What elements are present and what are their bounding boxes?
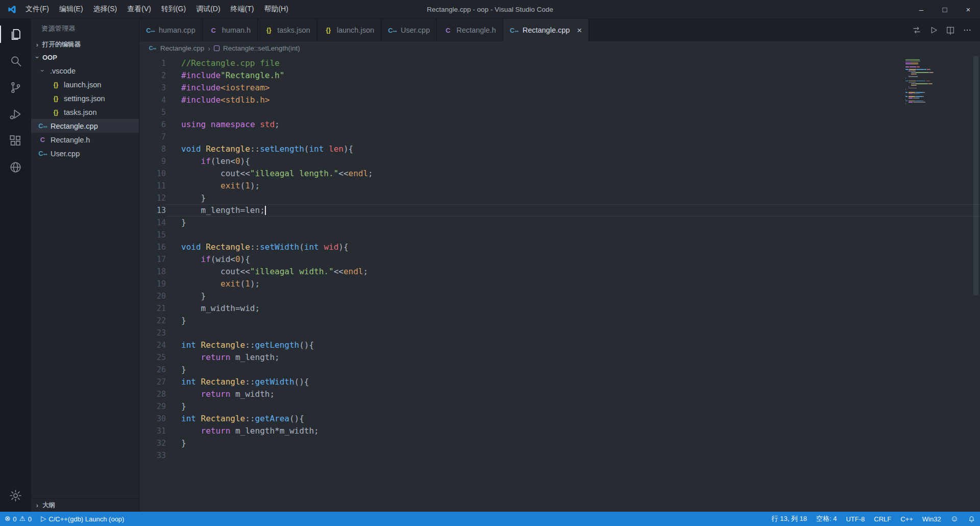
menu-帮助(H)[interactable]: 帮助(H)	[259, 0, 293, 18]
code-line[interactable]: 6using namespace std;	[139, 118, 980, 131]
tab-launch.json[interactable]: {}launch.json	[317, 19, 381, 41]
debug-launch-button[interactable]: ▷ C/C++(gdb) Launch (oop)	[36, 512, 129, 526]
line-number[interactable]: 13	[139, 204, 166, 217]
line-number[interactable]: 11	[139, 180, 166, 192]
tab-human.cpp[interactable]: C++human.cpp	[139, 19, 203, 41]
line-number[interactable]: 20	[139, 290, 166, 302]
code-line[interactable]: 1//Rectangle.cpp file	[139, 57, 980, 69]
close-tab-button[interactable]: ×	[577, 26, 582, 35]
code-line[interactable]: 16void Rectangle::setWidth(int wid){	[139, 241, 980, 253]
tree-item-User.cpp[interactable]: C++User.cpp	[31, 147, 139, 160]
line-number[interactable]: 3	[139, 82, 166, 94]
cursor-position[interactable]: 行 13, 列 18	[767, 512, 812, 526]
line-number[interactable]: 14	[139, 217, 166, 229]
code-line[interactable]: 23	[139, 327, 980, 339]
extensions-activity-button[interactable]	[0, 127, 31, 154]
code-line[interactable]: 15	[139, 229, 980, 241]
line-number[interactable]: 9	[139, 155, 166, 168]
run-debug-activity-button[interactable]	[0, 101, 31, 127]
tree-item-tasks.json[interactable]: {}tasks.json	[31, 105, 139, 119]
line-number[interactable]: 27	[139, 376, 166, 388]
code-line[interactable]: 27int Rectangle::getWidth(){	[139, 376, 980, 388]
more-actions-button[interactable]	[959, 22, 975, 38]
feedback-smiley-button[interactable]: ☺	[946, 512, 963, 526]
outline-section[interactable]: › 大纲	[31, 498, 139, 512]
line-number[interactable]: 26	[139, 364, 166, 376]
tab-tasks.json[interactable]: {}tasks.json	[258, 19, 317, 41]
code-line[interactable]: 26}	[139, 364, 980, 376]
tab-Rectangle.cpp[interactable]: C++Rectangle.cpp×	[503, 19, 590, 41]
line-number[interactable]: 1	[139, 57, 166, 69]
platform[interactable]: Win32	[918, 512, 946, 526]
menu-查看(V)[interactable]: 查看(V)	[122, 0, 156, 18]
line-number[interactable]: 16	[139, 241, 166, 253]
minimize-button[interactable]: –	[910, 0, 933, 18]
tree-item-Rectangle.h[interactable]: CRectangle.h	[31, 133, 139, 147]
code-line[interactable]: 28 return m_width;	[139, 388, 980, 400]
code-line[interactable]: 4#include<stdlib.h>	[139, 94, 980, 106]
notifications-bell-button[interactable]	[963, 512, 980, 526]
code-line[interactable]: 29}	[139, 400, 980, 413]
run-button[interactable]	[925, 22, 941, 38]
source-control-activity-button[interactable]	[0, 74, 31, 101]
code-line[interactable]: 2#include"Rectangle.h"	[139, 69, 980, 82]
code-line[interactable]: 24int Rectangle::getLength(){	[139, 339, 980, 351]
line-number[interactable]: 6	[139, 118, 166, 131]
code-line[interactable]: 8void Rectangle::setLength(int len){	[139, 143, 980, 155]
eol[interactable]: CRLF	[869, 512, 896, 526]
explorer-activity-button[interactable]	[0, 21, 31, 47]
line-number[interactable]: 2	[139, 69, 166, 82]
tree-item-launch.json[interactable]: {}launch.json	[31, 78, 139, 91]
open-editors-section[interactable]: › 打开的编辑器	[31, 38, 139, 51]
maximize-button[interactable]: □	[933, 0, 957, 18]
compare-changes-button[interactable]	[909, 22, 924, 38]
line-number[interactable]: 32	[139, 437, 166, 449]
code-line[interactable]: 13 m_length=len;	[139, 204, 980, 217]
line-number[interactable]: 28	[139, 388, 166, 400]
problems-indicator[interactable]: ⊗ 0 ⚠ 0	[0, 512, 36, 526]
code-line[interactable]: 9 if(len<0){	[139, 155, 980, 168]
code-line[interactable]: 3#include<iostream>	[139, 82, 980, 94]
line-number[interactable]: 29	[139, 400, 166, 413]
line-number[interactable]: 23	[139, 327, 166, 339]
globe-activity-button[interactable]	[0, 154, 31, 180]
code-line[interactable]: 21 m_width=wid;	[139, 302, 980, 315]
tree-item-.vscode[interactable]: ›.vscode	[31, 64, 139, 78]
menu-调试(D)[interactable]: 调试(D)	[191, 0, 225, 18]
line-number[interactable]: 15	[139, 229, 166, 241]
code-line[interactable]: 30int Rectangle::getArea(){	[139, 413, 980, 425]
line-number[interactable]: 4	[139, 94, 166, 106]
code-line[interactable]: 32}	[139, 437, 980, 449]
folder-section-oop[interactable]: › OOP	[31, 51, 139, 64]
code-line[interactable]: 25 return m_length;	[139, 351, 980, 364]
menu-转到(G)[interactable]: 转到(G)	[156, 0, 191, 18]
menu-终端(T)[interactable]: 终端(T)	[226, 0, 259, 18]
line-number[interactable]: 22	[139, 315, 166, 327]
line-number[interactable]: 17	[139, 253, 166, 266]
settings-button[interactable]	[0, 482, 31, 509]
line-number[interactable]: 19	[139, 278, 166, 290]
line-number[interactable]: 25	[139, 351, 166, 364]
code-line[interactable]: 18 cout<<"illeagal width."<<endl;	[139, 266, 980, 278]
line-number[interactable]: 18	[139, 266, 166, 278]
code-line[interactable]: 14}	[139, 217, 980, 229]
language-mode[interactable]: C++	[896, 512, 918, 526]
code-line[interactable]: 19 exit(1);	[139, 278, 980, 290]
line-number[interactable]: 30	[139, 413, 166, 425]
breadcrumb-file[interactable]: Rectangle.cpp	[160, 44, 204, 52]
tab-human.h[interactable]: Chuman.h	[203, 19, 258, 41]
code-line[interactable]: 22}	[139, 315, 980, 327]
tree-item-Rectangle.cpp[interactable]: C++Rectangle.cpp	[31, 119, 139, 133]
menu-文件(F)[interactable]: 文件(F)	[20, 0, 54, 18]
minimap[interactable]	[905, 59, 971, 106]
line-number[interactable]: 24	[139, 339, 166, 351]
code-line[interactable]: 12 }	[139, 192, 980, 204]
tab-User.cpp[interactable]: C++User.cpp	[381, 19, 437, 41]
code-line[interactable]: 33	[139, 449, 980, 462]
line-number[interactable]: 10	[139, 168, 166, 180]
search-activity-button[interactable]	[0, 47, 31, 74]
breadcrumb-symbol[interactable]: Rectangle::setLength(int)	[223, 44, 300, 52]
code-line[interactable]: 31 return m_length*m_width;	[139, 425, 980, 437]
indentation[interactable]: 空格: 4	[812, 512, 841, 526]
code-line[interactable]: 17 if(wid<0){	[139, 253, 980, 266]
